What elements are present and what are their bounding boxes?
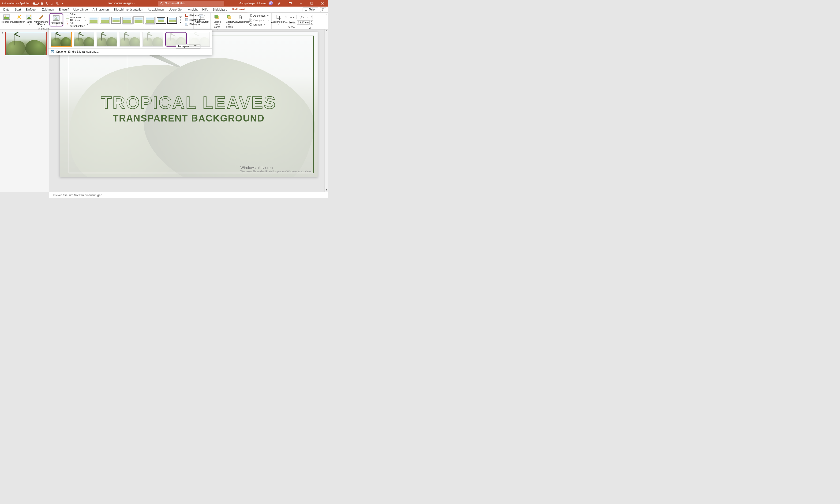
- tab-zeichnen[interactable]: Zeichnen: [40, 6, 56, 13]
- vertical-scrollbar[interactable]: ▲ ▼: [324, 30, 328, 192]
- frame-style-7[interactable]: [156, 17, 166, 24]
- width-label: Breite:: [289, 21, 296, 24]
- qat-more-icon[interactable]: ▾: [61, 1, 65, 5]
- notes-pane[interactable]: Klicken Sie, um Notizen hinzuzufügen: [49, 192, 328, 198]
- slide-thumbnail-pane[interactable]: 1: [0, 30, 49, 192]
- redo-icon[interactable]: [50, 1, 54, 5]
- alt-text-button[interactable]: Alternativtext: [194, 13, 209, 23]
- transparency-more-options[interactable]: Optionen für die Bildtransparenz...: [49, 49, 212, 55]
- transparency-option-30[interactable]: [97, 32, 117, 47]
- account-name[interactable]: Gumpelmeyer Johanna: [240, 2, 266, 5]
- comments-toggle[interactable]: [320, 7, 326, 12]
- color-icon: [25, 14, 33, 20]
- undo-icon[interactable]: [45, 1, 49, 5]
- scroll-up-icon[interactable]: ▲: [325, 30, 328, 33]
- bring-forward-button[interactable]: Ebene nach vorne: [212, 13, 223, 30]
- ribbon-display-icon[interactable]: [286, 0, 294, 6]
- tab-uebergaenge[interactable]: Übergänge: [71, 6, 90, 13]
- corrections-button[interactable]: Korrekturen: [13, 13, 24, 24]
- svg-rect-29: [66, 14, 69, 17]
- pen-icon[interactable]: [275, 0, 284, 6]
- gallery-scroll[interactable]: ▲ ▼ ▾: [178, 16, 182, 24]
- tab-slidelizard[interactable]: SlideLizard: [210, 6, 230, 13]
- gallery-down-icon[interactable]: ▼: [179, 19, 182, 21]
- crop-label: Zuschneiden: [271, 21, 285, 23]
- transparency-option-15[interactable]: [74, 32, 95, 47]
- svg-line-17: [17, 15, 17, 16]
- frame-style-1[interactable]: [89, 17, 99, 24]
- rotate-button[interactable]: Drehen: [248, 22, 270, 27]
- compress-pictures-button[interactable]: Bilder komprimieren: [65, 14, 89, 18]
- frame-style-8[interactable]: [167, 17, 177, 24]
- size-dialog-launcher[interactable]: ◢: [309, 26, 311, 29]
- width-input[interactable]: [297, 20, 310, 24]
- artistic-effects-button[interactable]: Künstlerische Effekte: [34, 13, 49, 27]
- tab-hilfe[interactable]: Hilfe: [200, 6, 210, 13]
- from-beginning-icon[interactable]: [55, 1, 59, 5]
- gallery-up-icon[interactable]: ▲: [179, 17, 182, 19]
- tab-aufzeichnen[interactable]: Aufzeichnen: [145, 6, 167, 13]
- tab-ueberpruefen[interactable]: Überprüfen: [166, 6, 186, 13]
- slide-title[interactable]: TROPICAL LEAVES: [60, 93, 318, 113]
- remove-background-button[interactable]: Freistellen: [1, 13, 12, 23]
- transparency-dropdown: Transparenz: 80% Optionen für die Bildtr…: [48, 30, 212, 55]
- avatar[interactable]: GJ: [269, 1, 273, 5]
- collapse-ribbon-icon[interactable]: ˄: [326, 14, 327, 16]
- frame-style-4[interactable]: [122, 17, 132, 24]
- comment-icon: [322, 8, 325, 11]
- slide-subtitle[interactable]: TRANSPARENT BACKGROUND: [60, 113, 318, 124]
- color-button[interactable]: Farbe: [25, 13, 33, 24]
- transparency-option-50[interactable]: [120, 32, 140, 47]
- search-box[interactable]: Suchen (Alt+M): [158, 1, 224, 6]
- transparency-option-95[interactable]: [189, 32, 210, 47]
- tab-datei[interactable]: Datei: [1, 6, 13, 13]
- align-button[interactable]: Ausrichten: [248, 14, 270, 18]
- tab-ansicht[interactable]: Ansicht: [186, 6, 200, 13]
- toggle-switch[interactable]: [33, 2, 39, 5]
- autosave-toggle[interactable]: Automatisches Speichern: [2, 2, 39, 5]
- height-input[interactable]: [296, 15, 309, 19]
- tab-start[interactable]: Start: [13, 6, 23, 13]
- tab-bildschirmpraesentation[interactable]: Bildschirmpräsentation: [111, 6, 145, 13]
- frame-style-6[interactable]: [145, 17, 155, 24]
- frame-style-3[interactable]: [111, 17, 121, 24]
- height-field[interactable]: Höhe: ▲▼: [285, 15, 313, 20]
- align-icon: [249, 14, 253, 17]
- share-button[interactable]: Teilen: [303, 7, 318, 12]
- minimize-button[interactable]: [297, 0, 305, 6]
- windows-activation-watermark: Windows aktivieren Wechseln Sie zu den E…: [240, 166, 313, 173]
- ribbon-tabs: Datei Start Einfügen Zeichnen Entwurf Üb…: [0, 6, 328, 13]
- close-button[interactable]: [318, 0, 327, 6]
- tab-bildformat[interactable]: Bildformat: [230, 6, 247, 13]
- save-icon[interactable]: [40, 1, 44, 5]
- frame-style-2[interactable]: [100, 17, 110, 24]
- width-spinner[interactable]: ▲▼: [311, 20, 313, 24]
- tab-entwurf[interactable]: Entwurf: [56, 6, 71, 13]
- search-icon: [160, 2, 163, 5]
- maximize-button[interactable]: [308, 0, 316, 6]
- picture-styles-gallery[interactable]: ▲ ▼ ▾: [88, 15, 183, 24]
- title-bar: Automatisches Speichern ▾ transparent-im…: [0, 0, 328, 6]
- height-spinner[interactable]: ▲▼: [310, 15, 312, 19]
- frame-style-5[interactable]: [134, 17, 143, 24]
- height-icon: [285, 16, 288, 18]
- transparency-button[interactable]: Transparenz: [50, 14, 62, 25]
- slide-thumb-1[interactable]: 1: [2, 32, 47, 55]
- selection-pane-button[interactable]: Auswahlbereich: [236, 13, 247, 23]
- group-button: Gruppieren: [248, 18, 270, 22]
- transparency-option-0[interactable]: [51, 32, 71, 47]
- tab-animationen[interactable]: Animationen: [90, 6, 111, 13]
- width-field[interactable]: Breite: ▲▼: [285, 20, 313, 25]
- reset-picture-button[interactable]: Bild zurücksetzen: [65, 22, 89, 27]
- crop-button[interactable]: Zuschneiden: [273, 13, 284, 24]
- gallery-more-icon[interactable]: ▾: [179, 21, 182, 24]
- compress-icon: [66, 14, 69, 17]
- selection-label: Auswahlbereich: [233, 21, 250, 23]
- tab-einfuegen[interactable]: Einfügen: [23, 6, 40, 13]
- title-caret-icon[interactable]: ▾: [134, 2, 135, 4]
- transparency-option-65[interactable]: [142, 32, 163, 47]
- artistic-label: Künstlerische Effekte: [34, 21, 49, 26]
- scroll-down-icon[interactable]: ▼: [325, 189, 328, 192]
- svg-rect-28: [54, 17, 55, 18]
- svg-rect-30: [66, 19, 69, 21]
